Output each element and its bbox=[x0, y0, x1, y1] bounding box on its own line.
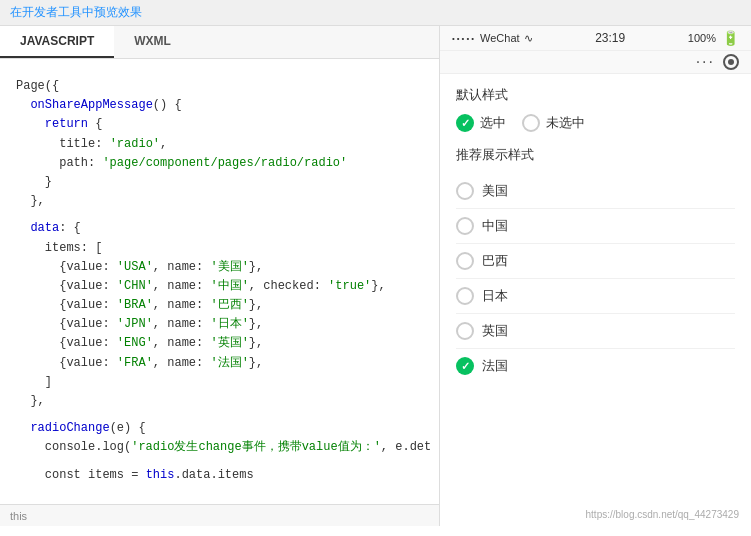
more-icon[interactable]: ··· bbox=[696, 53, 715, 71]
code-line: } bbox=[0, 173, 439, 192]
code-line: {value: 'BRA', name: '巴西'}, bbox=[0, 296, 439, 315]
time-display: 23:19 bbox=[595, 31, 625, 45]
code-line: return { bbox=[0, 115, 439, 134]
battery-label: 100% bbox=[688, 32, 716, 44]
item-label: 英国 bbox=[482, 322, 508, 340]
bottom-text: this bbox=[10, 510, 27, 522]
status-left: ••••• WeChat ∿ bbox=[452, 32, 533, 45]
list-item[interactable]: 中国 bbox=[456, 209, 735, 243]
item-label: 法国 bbox=[482, 357, 508, 375]
tab-javascript[interactable]: JAVASCRIPT bbox=[0, 26, 114, 58]
code-line: }, bbox=[0, 192, 439, 211]
phone-preview: ••••• WeChat ∿ 23:19 100% 🔋 ··· 默认样式 bbox=[440, 26, 751, 526]
code-line: console.log('radio发生change事件，携带value值为：'… bbox=[0, 438, 439, 457]
radio-checked-icon bbox=[456, 114, 474, 132]
code-line: Page({ bbox=[0, 77, 439, 96]
code-line: {value: 'JPN', name: '日本'}, bbox=[0, 315, 439, 334]
tabs-bar: JAVASCRIPT WXML bbox=[0, 26, 439, 59]
phone-menu-bar: ··· bbox=[440, 51, 751, 74]
code-line: title: 'radio', bbox=[0, 135, 439, 154]
code-line: {value: 'USA', name: '美国'}, bbox=[0, 258, 439, 277]
recommend-section-title: 推荐展示样式 bbox=[456, 146, 735, 164]
item-label: 巴西 bbox=[482, 252, 508, 270]
radio-list: 美国 中国 巴西 日本 bbox=[456, 174, 735, 383]
default-section-title: 默认样式 bbox=[456, 86, 735, 104]
radio-unchecked-icon bbox=[456, 182, 474, 200]
status-right: 100% 🔋 bbox=[688, 30, 739, 46]
record-icon[interactable] bbox=[723, 54, 739, 70]
code-line: {value: 'FRA', name: '法国'}, bbox=[0, 354, 439, 373]
bottom-bar: this bbox=[0, 504, 439, 526]
main-container: JAVASCRIPT WXML Page({ onShareAppMessage… bbox=[0, 26, 751, 526]
code-line: path: 'page/component/pages/radio/radio' bbox=[0, 154, 439, 173]
default-style-row: 选中 未选中 bbox=[456, 114, 735, 132]
code-line: onShareAppMessage() { bbox=[0, 96, 439, 115]
phone-footer: https://blog.csdn.net/qq_44273429 bbox=[440, 503, 751, 526]
list-item[interactable]: 法国 bbox=[456, 349, 735, 383]
unselected-label: 未选中 bbox=[546, 114, 585, 132]
left-panel: JAVASCRIPT WXML Page({ onShareAppMessage… bbox=[0, 26, 440, 526]
code-line bbox=[0, 69, 439, 77]
battery-icon: 🔋 bbox=[722, 30, 739, 46]
item-label: 日本 bbox=[482, 287, 508, 305]
selected-label: 选中 bbox=[480, 114, 506, 132]
top-bar-label: 在开发者工具中预览效果 bbox=[10, 5, 142, 19]
signal-icon: ••••• bbox=[452, 34, 476, 43]
list-item[interactable]: 巴西 bbox=[456, 244, 735, 278]
code-line: {value: 'ENG', name: '英国'}, bbox=[0, 334, 439, 353]
code-editor: Page({ onShareAppMessage() { return { ti… bbox=[0, 59, 439, 504]
list-item[interactable]: 英国 bbox=[456, 314, 735, 348]
radio-unchecked-icon bbox=[456, 287, 474, 305]
list-item[interactable]: 美国 bbox=[456, 174, 735, 208]
default-option-selected[interactable]: 选中 bbox=[456, 114, 506, 132]
code-line: const items = this.data.items bbox=[0, 466, 439, 485]
code-line: ] bbox=[0, 373, 439, 392]
code-line bbox=[0, 458, 439, 466]
code-line: items: [ bbox=[0, 239, 439, 258]
top-bar: 在开发者工具中预览效果 bbox=[0, 0, 751, 26]
code-line: radioChange(e) { bbox=[0, 419, 439, 438]
code-line: data: { bbox=[0, 219, 439, 238]
default-option-unselected[interactable]: 未选中 bbox=[522, 114, 585, 132]
radio-checked-icon bbox=[456, 357, 474, 375]
phone-content: 默认样式 选中 未选中 推荐展示样式 美国 bbox=[440, 74, 751, 503]
list-item[interactable]: 日本 bbox=[456, 279, 735, 313]
item-label: 美国 bbox=[482, 182, 508, 200]
code-line bbox=[0, 211, 439, 219]
item-label: 中国 bbox=[482, 217, 508, 235]
wifi-icon: ∿ bbox=[524, 32, 533, 45]
code-line: }, bbox=[0, 392, 439, 411]
radio-unchecked-icon bbox=[456, 322, 474, 340]
radio-unchecked-icon bbox=[522, 114, 540, 132]
carrier-label: WeChat bbox=[480, 32, 520, 44]
radio-unchecked-icon bbox=[456, 217, 474, 235]
radio-unchecked-icon bbox=[456, 252, 474, 270]
phone-status-bar: ••••• WeChat ∿ 23:19 100% 🔋 bbox=[440, 26, 751, 51]
footer-url: https://blog.csdn.net/qq_44273429 bbox=[586, 509, 739, 520]
code-line: {value: 'CHN', name: '中国', checked: 'tru… bbox=[0, 277, 439, 296]
tab-wxml[interactable]: WXML bbox=[114, 26, 191, 58]
code-line bbox=[0, 411, 439, 419]
